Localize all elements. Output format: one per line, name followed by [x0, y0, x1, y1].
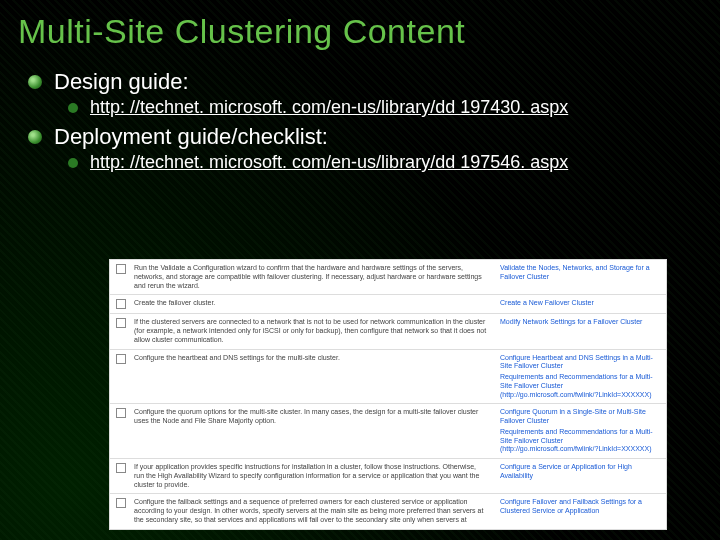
table-row: Configure the heartbeat and DNS settings… — [110, 349, 666, 404]
step-link[interactable]: Configure Quorum in a Single-Site or Mul… — [500, 408, 646, 424]
checkbox-cell — [110, 459, 132, 493]
bullet-label: Deployment guide/checklist: — [54, 124, 328, 150]
bullet-list: Design guide: http: //technet. microsoft… — [28, 69, 720, 173]
step-link[interactable]: Create a New Failover Cluster — [494, 295, 666, 313]
step-text: Create the failover cluster. — [132, 295, 494, 313]
step-link[interactable]: Modify Network Settings for a Failover C… — [494, 314, 666, 348]
sub-bullet-icon — [68, 103, 78, 113]
checkbox-icon[interactable] — [116, 408, 126, 418]
bullet-item: Design guide: — [28, 69, 720, 95]
table-row: Configure the failback settings and a se… — [110, 493, 666, 528]
table-row: If your application provides specific in… — [110, 458, 666, 493]
sub-bullet-item: http: //technet. microsoft. com/en-us/li… — [68, 97, 720, 118]
step-text: Configure the failback settings and a se… — [132, 494, 494, 528]
checkbox-cell — [110, 404, 132, 458]
step-link[interactable]: Configure Heartbeat and DNS Settings in … — [500, 354, 653, 370]
slide-title: Multi-Site Clustering Content — [18, 12, 720, 51]
step-text: If your application provides specific in… — [132, 459, 494, 493]
sub-bullet-item: http: //technet. microsoft. com/en-us/li… — [68, 152, 720, 173]
table-row: Run the Validate a Configuration wizard … — [110, 260, 666, 294]
checkbox-icon[interactable] — [116, 498, 126, 508]
step-sublink[interactable]: Requirements and Recommendations for a M… — [500, 373, 660, 399]
table-row: Create the failover cluster. Create a Ne… — [110, 294, 666, 313]
table-row: Configure the quorum options for the mul… — [110, 403, 666, 458]
step-link-cell: Configure Heartbeat and DNS Settings in … — [494, 350, 666, 404]
sub-bullet-icon — [68, 158, 78, 168]
step-sublink[interactable]: Requirements and Recommendations for a M… — [500, 428, 660, 454]
checkbox-cell — [110, 314, 132, 348]
step-text: Configure the quorum options for the mul… — [132, 404, 494, 458]
bullet-label: Design guide: — [54, 69, 189, 95]
checkbox-cell — [110, 350, 132, 404]
checkbox-icon[interactable] — [116, 299, 126, 309]
bullet-icon — [28, 130, 42, 144]
checkbox-icon[interactable] — [116, 264, 126, 274]
step-text-span: Configure the quorum options for the mul… — [134, 408, 478, 424]
checkbox-cell — [110, 260, 132, 294]
bullet-icon — [28, 75, 42, 89]
step-text: If the clustered servers are connected t… — [132, 314, 494, 348]
checkbox-icon[interactable] — [116, 354, 126, 364]
step-link[interactable]: Configure Failover and Failback Settings… — [494, 494, 666, 528]
bullet-item: Deployment guide/checklist: — [28, 124, 720, 150]
checklist-table: Run the Validate a Configuration wizard … — [110, 260, 666, 529]
step-link[interactable]: Configure a Service or Application for H… — [494, 459, 666, 493]
checkbox-icon[interactable] — [116, 318, 126, 328]
table-row: If the clustered servers are connected t… — [110, 313, 666, 348]
checkbox-cell — [110, 295, 132, 313]
step-link-cell: Configure Quorum in a Single-Site or Mul… — [494, 404, 666, 458]
checkbox-cell — [110, 494, 132, 528]
design-guide-link[interactable]: http: //technet. microsoft. com/en-us/li… — [90, 97, 568, 118]
checkbox-icon[interactable] — [116, 463, 126, 473]
step-text: Run the Validate a Configuration wizard … — [132, 260, 494, 294]
step-link[interactable]: Validate the Nodes, Networks, and Storag… — [494, 260, 666, 294]
step-text: Configure the heartbeat and DNS settings… — [132, 350, 494, 404]
deployment-guide-link[interactable]: http: //technet. microsoft. com/en-us/li… — [90, 152, 568, 173]
